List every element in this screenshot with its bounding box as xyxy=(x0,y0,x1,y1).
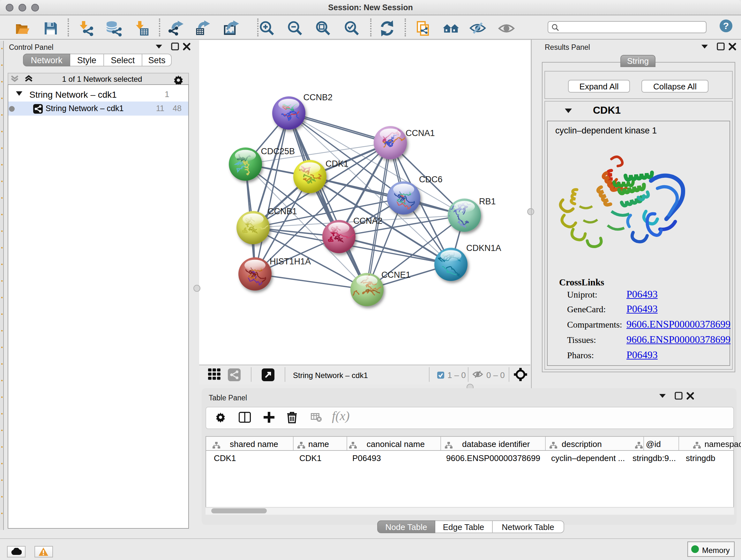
svg-text:CCNB2: CCNB2 xyxy=(303,92,332,102)
svg-text:CCNA1: CCNA1 xyxy=(405,128,434,138)
svg-text:CDKN1A: CDKN1A xyxy=(466,243,501,253)
svg-text:CDC6: CDC6 xyxy=(419,175,442,184)
svg-text:HIST1H1A: HIST1H1A xyxy=(269,257,311,266)
svg-text:CDC25B: CDC25B xyxy=(260,146,294,156)
svg-text:CCNE1: CCNE1 xyxy=(381,270,410,280)
svg-text:CCNA2: CCNA2 xyxy=(353,216,382,226)
svg-text:CDK1: CDK1 xyxy=(325,159,348,169)
svg-text:?: ? xyxy=(723,20,729,31)
svg-text:CCNB1: CCNB1 xyxy=(267,206,297,216)
svg-text:RB1: RB1 xyxy=(479,197,495,206)
